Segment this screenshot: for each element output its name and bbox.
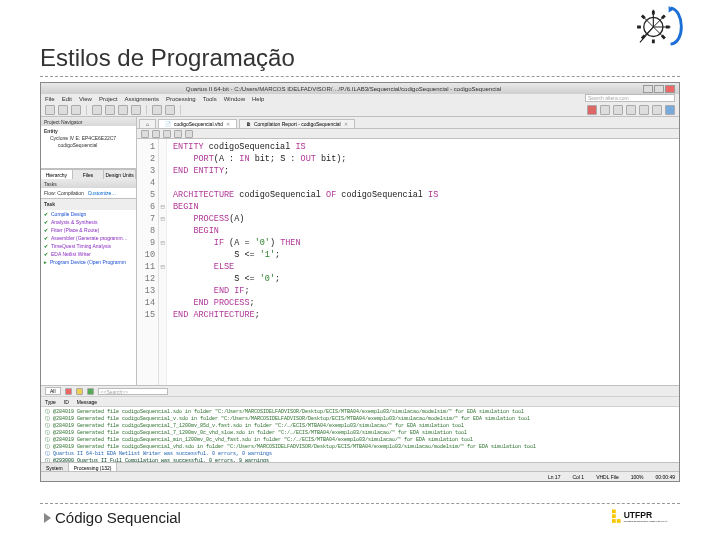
file-icon: 📄 bbox=[165, 121, 171, 127]
menu-window[interactable]: Window bbox=[224, 96, 245, 102]
tab-code-file[interactable]: 📄 codigoSequencial.vhd ✕ bbox=[158, 119, 237, 128]
entity-node[interactable]: codigoSequencial bbox=[44, 142, 133, 149]
menu-file[interactable]: File bbox=[45, 96, 55, 102]
tab-label: codigoSequencial.vhd bbox=[174, 121, 223, 127]
col-type[interactable]: Type bbox=[45, 399, 56, 405]
menu-assignments[interactable]: Assignments bbox=[125, 96, 159, 102]
svg-rect-5 bbox=[617, 519, 621, 523]
task-row[interactable]: ✔ Assembler (Generate programm… bbox=[41, 234, 136, 242]
chip-planner-icon[interactable] bbox=[626, 105, 636, 115]
settings-icon[interactable] bbox=[613, 105, 623, 115]
timing-icon[interactable] bbox=[639, 105, 649, 115]
messages-search-input[interactable]: <<Search>> bbox=[98, 388, 168, 395]
bookmark-icon[interactable] bbox=[152, 130, 160, 138]
cut-icon[interactable] bbox=[105, 105, 115, 115]
tab-label: Compilation Report - codigoSequencial bbox=[254, 121, 341, 127]
menu-processing[interactable]: Processing bbox=[166, 96, 196, 102]
col-message[interactable]: Message bbox=[77, 399, 97, 405]
fold-gutter[interactable]: ⊟⊟ ⊟ ⊟ bbox=[159, 139, 167, 385]
print-icon[interactable] bbox=[92, 105, 102, 115]
message-row[interactable]: ⓘ @284019 Generated file codigoSequencia… bbox=[45, 444, 675, 451]
stop-icon[interactable] bbox=[600, 105, 610, 115]
messages-view-tabs[interactable]: System Processing (132) bbox=[41, 462, 679, 471]
code-content[interactable]: ENTITY codigoSequencial IS PORT(A : IN b… bbox=[167, 139, 679, 385]
title-separator bbox=[40, 76, 680, 77]
maximize-button[interactable] bbox=[654, 85, 664, 93]
tasks-list: ✔ Compile Design ✔ Analysis & Synthesis … bbox=[41, 210, 136, 385]
message-row[interactable]: ⓘ Quartus II 64-bit EDA Netlist Writer w… bbox=[45, 451, 675, 458]
close-button[interactable] bbox=[665, 85, 675, 93]
paste-icon[interactable] bbox=[131, 105, 141, 115]
find-icon[interactable] bbox=[141, 130, 149, 138]
editor-tabs[interactable]: ⌂ 📄 codigoSequencial.vhd ✕ 🗎 Compilation… bbox=[137, 117, 679, 129]
task-row[interactable]: ▸ Program Device (Open Programm bbox=[41, 258, 136, 266]
check-icon: ✔ bbox=[44, 219, 48, 225]
help-icon[interactable] bbox=[665, 105, 675, 115]
close-icon[interactable]: ✕ bbox=[226, 121, 230, 127]
filter-all-button[interactable]: All bbox=[45, 387, 61, 395]
editor-toolbar[interactable] bbox=[137, 129, 679, 139]
menu-bar[interactable]: File Edit View Project Assignments Proce… bbox=[41, 94, 679, 103]
status-line: Ln 17 bbox=[548, 474, 561, 480]
task-row[interactable]: ✔ Fitter (Place & Route) bbox=[41, 226, 136, 234]
search-input[interactable]: Search altera.com bbox=[585, 94, 675, 102]
report-icon: 🗎 bbox=[246, 121, 251, 127]
new-icon[interactable] bbox=[45, 105, 55, 115]
error-filter-icon[interactable] bbox=[65, 388, 72, 395]
redo-icon[interactable] bbox=[165, 105, 175, 115]
col-id[interactable]: ID bbox=[64, 399, 69, 405]
device-node[interactable]: Cyclone IV E: EP4CE6E22C7 bbox=[44, 135, 133, 142]
comment-icon[interactable] bbox=[174, 130, 182, 138]
customize-link[interactable]: Customize… bbox=[88, 190, 117, 197]
tasks-header[interactable]: Tasks bbox=[41, 179, 136, 188]
project-nav-tabs[interactable]: Hierarchy Files Design Units bbox=[41, 169, 136, 179]
task-label: EDA Netlist Writer bbox=[51, 251, 91, 257]
info-filter-icon[interactable] bbox=[87, 388, 94, 395]
close-icon[interactable]: ✕ bbox=[344, 121, 348, 127]
task-label: Fitter (Place & Route) bbox=[51, 227, 99, 233]
code-editor[interactable]: 123456789101112131415 ⊟⊟ ⊟ ⊟ ENTITY codi… bbox=[137, 139, 679, 385]
message-row[interactable]: ⓘ @284019 Generated file codigoSequencia… bbox=[45, 430, 675, 437]
menu-help[interactable]: Help bbox=[252, 96, 264, 102]
tab-home[interactable]: ⌂ bbox=[139, 119, 156, 128]
save-icon[interactable] bbox=[71, 105, 81, 115]
menu-project[interactable]: Project bbox=[99, 96, 118, 102]
task-row[interactable]: ✔ TimeQuest Timing Analysis bbox=[41, 242, 136, 250]
main-toolbar[interactable] bbox=[41, 103, 679, 117]
tab-design-units[interactable]: Design Units bbox=[104, 170, 136, 179]
message-row[interactable]: ⓘ @284019 Generated file codigoSequencia… bbox=[45, 423, 675, 430]
tab-hierarchy[interactable]: Hierarchy bbox=[41, 170, 73, 179]
indent-icon[interactable] bbox=[163, 130, 171, 138]
tab-processing[interactable]: Processing (132) bbox=[69, 463, 118, 471]
open-icon[interactable] bbox=[58, 105, 68, 115]
message-row[interactable]: ⓘ @284019 Generated file codigoSequencia… bbox=[45, 437, 675, 444]
editor-area: ⌂ 📄 codigoSequencial.vhd ✕ 🗎 Compilation… bbox=[137, 117, 679, 385]
toolbar-sep bbox=[146, 105, 147, 115]
task-row[interactable]: ✔ Analysis & Synthesis bbox=[41, 218, 136, 226]
undo-icon[interactable] bbox=[152, 105, 162, 115]
message-row[interactable]: ⓘ @284019 Generated file codigoSequencia… bbox=[45, 416, 675, 423]
menu-edit[interactable]: Edit bbox=[62, 96, 72, 102]
warning-filter-icon[interactable] bbox=[76, 388, 83, 395]
copy-icon[interactable] bbox=[118, 105, 128, 115]
left-sidebar: Project Navigator Entity Cyclone IV E: E… bbox=[41, 117, 137, 385]
status-mode: VHDL File bbox=[596, 474, 619, 480]
gear-compass-logo bbox=[632, 4, 690, 48]
tab-compilation-report[interactable]: 🗎 Compilation Report - codigoSequencial … bbox=[239, 119, 355, 128]
compile-icon[interactable] bbox=[587, 105, 597, 115]
fold-icon[interactable] bbox=[185, 130, 193, 138]
programmer-icon[interactable] bbox=[652, 105, 662, 115]
menu-tools[interactable]: Tools bbox=[203, 96, 217, 102]
minimize-button[interactable] bbox=[643, 85, 653, 93]
messages-list[interactable]: ⓘ @284019 Generated file codigoSequencia… bbox=[41, 407, 679, 462]
tab-files[interactable]: Files bbox=[73, 170, 105, 179]
task-row[interactable]: ✔ Compile Design bbox=[41, 210, 136, 218]
check-icon: ✔ bbox=[44, 243, 48, 249]
messages-toolbar[interactable]: All <<Search>> bbox=[41, 386, 679, 397]
tab-system[interactable]: System bbox=[41, 463, 69, 471]
project-nav-header[interactable]: Project Navigator bbox=[41, 117, 136, 126]
utfpr-logo: UTFPR UNIVERSIDADE TECNOLÓGICA FEDERAL D… bbox=[612, 506, 676, 528]
message-row[interactable]: ⓘ @284019 Generated file codigoSequencia… bbox=[45, 409, 675, 416]
menu-view[interactable]: View bbox=[79, 96, 92, 102]
task-row[interactable]: ✔ EDA Netlist Writer bbox=[41, 250, 136, 258]
